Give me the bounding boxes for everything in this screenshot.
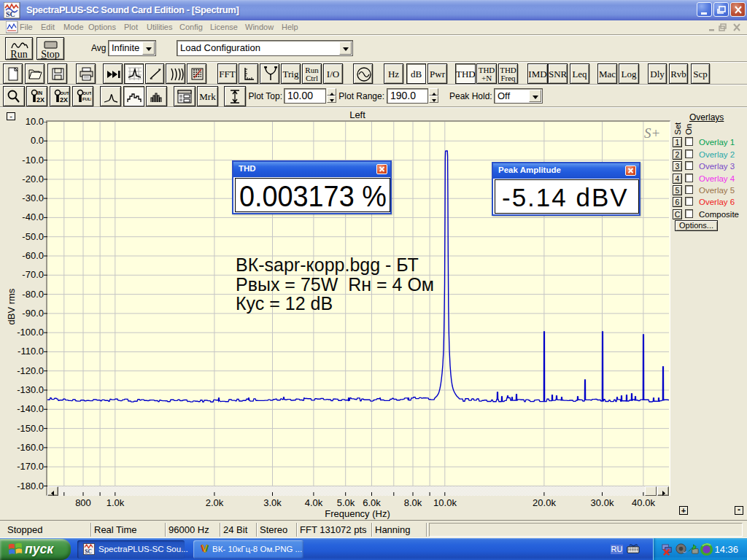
svg-text:OUT: OUT (83, 91, 92, 96)
svg-text:FULL: FULL (82, 97, 91, 101)
svg-text:SC: SC (6, 10, 15, 18)
svg-text:Set: Set (673, 122, 682, 135)
svg-text:On: On (684, 124, 693, 135)
svg-text:2X: 2X (36, 96, 44, 104)
svg-text:S+: S+ (644, 125, 660, 141)
svg-text:2X: 2X (60, 96, 68, 104)
svg-text:OUT: OUT (61, 91, 69, 96)
svg-text:IN: IN (37, 90, 42, 96)
svg-text:SC: SC (85, 548, 92, 555)
